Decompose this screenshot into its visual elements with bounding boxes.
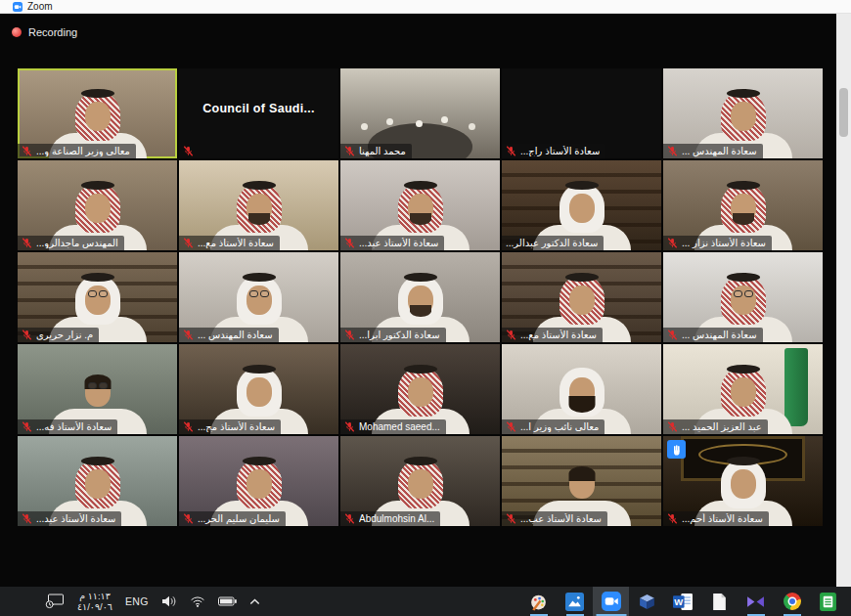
recording-dot-icon [12, 27, 22, 37]
participant-tile[interactable]: معالي وزير الصناعة و... [18, 68, 177, 158]
participant-tile[interactable]: معالي نائب وزير ا... [502, 344, 661, 434]
avatar-face [731, 377, 756, 407]
avatar-agal [81, 457, 114, 465]
muted-mic-icon [344, 330, 355, 340]
app-icon [746, 595, 765, 608]
taskbar-app-bowtie-button[interactable] [738, 587, 774, 616]
muted-mic-icon [667, 146, 678, 156]
participant-tile[interactable]: سعادة المهندس ... [663, 252, 823, 342]
language-indicator[interactable]: ENG [125, 595, 149, 607]
participant-name: سعادة الدكتور ابرا... [359, 330, 440, 340]
taskbar-app-photos-button[interactable] [557, 587, 593, 616]
participant-tile[interactable]: سعادة المهندس ... [179, 252, 338, 342]
avatar-glasses [734, 290, 753, 297]
muted-mic-icon [22, 421, 32, 432]
avatar-agal [243, 181, 276, 190]
avatar-agal [565, 181, 599, 190]
muted-mic-icon [344, 146, 355, 156]
avatar-agal [243, 457, 276, 465]
app-icon [784, 593, 801, 610]
avatar-glasses [88, 290, 108, 297]
participant-tile[interactable]: سعادة الدكتور عبدالر... [502, 160, 661, 250]
taskbar-app-paint-button[interactable] [520, 587, 557, 616]
taskbar-clock[interactable]: ١١:١٣ م ٤١/٠٩/٠٦ [77, 591, 112, 613]
avatar-agal [243, 273, 276, 282]
participant-tile[interactable]: سعادة الأستاذ راج... [502, 68, 661, 158]
participant-tile[interactable]: سعادة الأستاذ عبد... [340, 160, 500, 250]
participant-name-label: محمد المهنا [340, 144, 412, 158]
battery-icon[interactable] [218, 596, 237, 606]
participant-tile[interactable]: سعادة الأستاذ عب... [502, 436, 661, 526]
taskbar-app-chrome-button[interactable] [774, 587, 810, 616]
window-titlebar[interactable]: Zoom [0, 0, 851, 14]
participant-tile[interactable]: سليمان سليم الحر... [179, 436, 338, 526]
muted-mic-icon [506, 330, 516, 340]
participant-tile[interactable]: سعادة الأستاذ نزار ... [663, 160, 823, 250]
participant-tile[interactable]: عبد العزيز الحميد ... [663, 344, 823, 434]
taskbar-app-word-button[interactable]: W [665, 587, 701, 616]
participant-name-label: سليمان سليم الحر... [179, 511, 286, 526]
participant-tile[interactable]: سعادة الأستاذ مع... [502, 252, 661, 342]
avatar-agal [727, 273, 760, 282]
participant-tile[interactable]: سعادة الأستاذ فه... [18, 344, 177, 434]
participant-tile[interactable]: Mohamed saeed... [340, 344, 500, 434]
participant-tile[interactable]: سعادة المهندس ... [663, 68, 823, 158]
taskbar-app-wps-button[interactable] [810, 587, 846, 616]
taskbar-app-virtualbox-button[interactable] [629, 587, 665, 616]
participant-tile[interactable]: محمد المهنا [340, 68, 500, 158]
avatar-agal [81, 181, 114, 190]
show-hidden-icons-chevron[interactable] [249, 598, 260, 605]
participant-name-label: سعادة الأستاذ فه... [18, 419, 117, 434]
taskbar-app-zoom-button[interactable] [593, 587, 629, 616]
avatar-face [85, 469, 111, 499]
participant-tile[interactable]: سعادة الأستاذ عبد... [18, 436, 177, 526]
muted-mic-icon [183, 421, 194, 432]
participant-name: عبد العزيز الحميد ... [682, 421, 762, 432]
participant-name-label: م. نزار حريري [18, 328, 99, 342]
clock-time: ١١:١٣ م [79, 591, 111, 601]
participant-name: سعادة الأستاذ مع... [198, 238, 274, 248]
muted-mic-icon [183, 146, 194, 156]
participant-name: معالي نائب وزير ا... [520, 421, 599, 432]
muted-mic-icon [22, 238, 32, 248]
participant-tile[interactable]: سعادة الأستاذ أحم... [663, 436, 823, 526]
avatar-face [85, 194, 111, 223]
muted-mic-icon [667, 421, 678, 432]
zoom-meeting-window: Recording معالي وزير الصناعة و... [0, 14, 836, 587]
svg-text:W: W [674, 595, 683, 606]
taskbar-app-notepad-button[interactable] [701, 587, 738, 616]
participant-name: سليمان سليم الحر... [198, 513, 280, 524]
avatar-face [246, 377, 272, 407]
scrollbar-thumb[interactable] [839, 88, 848, 137]
action-center-icon[interactable] [45, 594, 65, 609]
participant-tile[interactable]: سعادة الأستاذ مع... [179, 160, 338, 250]
avatar-agal [727, 457, 760, 465]
participant-name: معالي وزير الصناعة و... [36, 146, 130, 156]
participant-tile[interactable]: سعادة الأستاذ مج... [179, 344, 338, 434]
system-tray: ١١:١٣ م ٤١/٠٩/٠٦ ENG [45, 591, 260, 613]
app-icon [638, 593, 656, 611]
participant-name-label: معالي وزير الصناعة و... [18, 144, 136, 158]
avatar-face [246, 469, 272, 499]
participant-tile[interactable]: المهندس ماجدالرو... [18, 160, 177, 250]
participant-name-label: سعادة الأستاذ عبد... [340, 236, 444, 250]
muted-mic-icon [183, 238, 194, 248]
muted-mic-icon [506, 421, 516, 432]
recording-indicator: Recording [12, 26, 77, 38]
window-title: Zoom [27, 1, 53, 12]
participant-tile[interactable]: سعادة الدكتور ابرا... [340, 252, 500, 342]
participant-tile[interactable]: م. نزار حريري [18, 252, 177, 342]
taskbar: ١١:١٣ م ٤١/٠٩/٠٦ ENG [0, 587, 851, 616]
participant-name-label: عبد العزيز الحميد ... [663, 419, 768, 434]
participant-name: سعادة الأستاذ مع... [520, 330, 597, 340]
participant-name: Abdulmohsin Al... [359, 513, 434, 524]
participant-name: سعادة المهندس ... [682, 146, 757, 156]
avatar-agal [404, 181, 437, 190]
volume-icon[interactable] [161, 595, 177, 607]
wifi-icon[interactable] [190, 595, 205, 607]
avatar-agal [727, 89, 760, 98]
scrollbar[interactable] [836, 14, 851, 587]
participant-name-centered: Council of Saudi... [179, 68, 338, 149]
participant-tile[interactable]: Abdulmohsin Al... [340, 436, 500, 526]
participant-tile[interactable]: Council of Saudi... [179, 68, 338, 158]
